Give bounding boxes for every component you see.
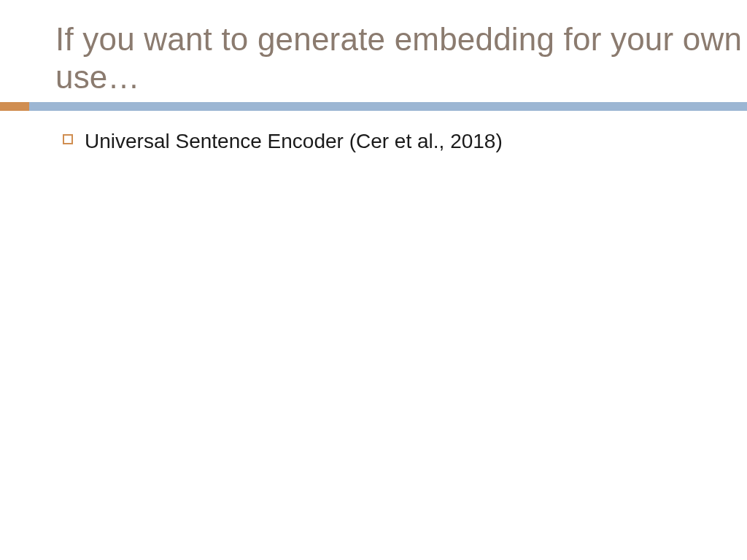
divider-accent-blue bbox=[29, 102, 747, 111]
square-bullet-icon bbox=[63, 134, 73, 144]
title-area: If you want to generate embedding for yo… bbox=[0, 0, 747, 96]
bullet-text: Universal Sentence Encoder (Cer et al., … bbox=[85, 128, 503, 155]
divider-accent-orange bbox=[0, 102, 29, 111]
slide-title: If you want to generate embedding for yo… bbox=[55, 20, 747, 96]
content-area: Universal Sentence Encoder (Cer et al., … bbox=[0, 111, 747, 155]
list-item: Universal Sentence Encoder (Cer et al., … bbox=[63, 128, 747, 155]
divider-row bbox=[0, 102, 747, 111]
